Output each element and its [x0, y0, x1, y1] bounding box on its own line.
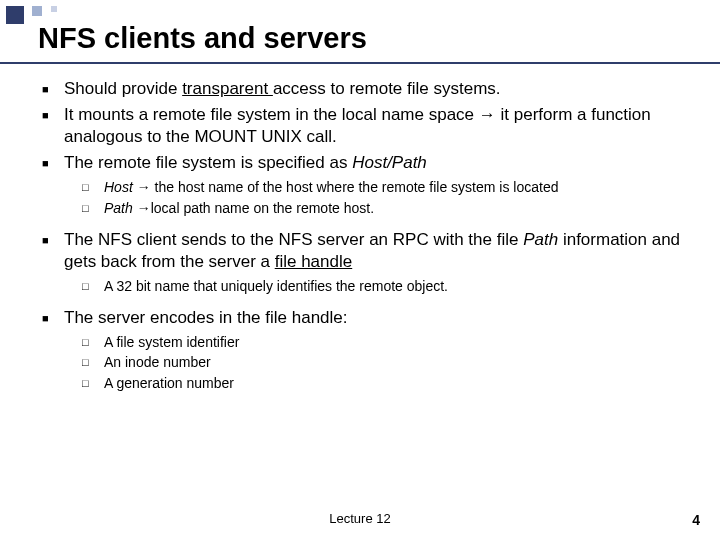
text-run-italic: Host/Path: [352, 153, 427, 172]
bullet-3b: □ Path →local path name on the remote ho…: [82, 199, 690, 217]
sub-bullet-text: A file system identifier: [104, 333, 690, 351]
bullet-icon: ■: [42, 152, 64, 174]
arrow-icon: →: [137, 200, 151, 216]
bullet-text: It mounts a remote file system in the lo…: [64, 104, 690, 148]
text-run-italic: Path: [104, 200, 137, 216]
sub-bullet-icon: □: [82, 277, 104, 295]
bullet-text: The remote file system is specified as H…: [64, 152, 690, 174]
footer-page-number: 4: [692, 512, 700, 528]
bullet-5c: □ A generation number: [82, 374, 690, 392]
text-run: local path name on the remote host.: [151, 200, 374, 216]
bullet-3: ■ The remote file system is specified as…: [42, 152, 690, 174]
sub-bullet-text: An inode number: [104, 353, 690, 371]
sub-bullet-icon: □: [82, 353, 104, 371]
text-run: access to remote file systems.: [273, 79, 501, 98]
bullet-icon: ■: [42, 104, 64, 148]
bullet-5b: □ An inode number: [82, 353, 690, 371]
slide: NFS clients and servers ■ Should provide…: [0, 0, 720, 540]
bullet-3a: □ Host → the host name of the host where…: [82, 178, 690, 196]
sub-bullet-icon: □: [82, 199, 104, 217]
title-underline: [0, 62, 720, 64]
slide-title: NFS clients and servers: [38, 22, 367, 55]
text-run-underlined: file handle: [275, 252, 353, 271]
sub-bullet-text: A generation number: [104, 374, 690, 392]
arrow-icon: →: [479, 105, 496, 124]
bullet-4a: □ A 32 bit name that uniquely identifies…: [82, 277, 690, 295]
bullet-text: The NFS client sends to the NFS server a…: [64, 229, 690, 273]
sub-bullet-text: Host → the host name of the host where t…: [104, 178, 690, 196]
deco-square-medium: [32, 6, 42, 16]
text-run: The remote file system is specified as: [64, 153, 352, 172]
bullet-icon: ■: [42, 78, 64, 100]
slide-body: ■ Should provide transparent access to r…: [42, 78, 690, 394]
bullet-text: The server encodes in the file handle:: [64, 307, 690, 329]
text-run: the host name of the host where the remo…: [151, 179, 559, 195]
text-run-italic: Host: [104, 179, 137, 195]
sub-bullet-text: A 32 bit name that uniquely identifies t…: [104, 277, 690, 295]
text-run: The NFS client sends to the NFS server a…: [64, 230, 523, 249]
text-run-underlined: transparent: [182, 79, 273, 98]
arrow-icon: →: [137, 179, 151, 195]
text-run: It mounts a remote file system in the lo…: [64, 105, 479, 124]
sub-bullet-icon: □: [82, 374, 104, 392]
bullet-1: ■ Should provide transparent access to r…: [42, 78, 690, 100]
footer-lecture-label: Lecture 12: [0, 511, 720, 526]
deco-square-small: [51, 6, 57, 12]
sub-bullet-text: Path →local path name on the remote host…: [104, 199, 690, 217]
text-run: Should provide: [64, 79, 182, 98]
deco-square-large: [6, 6, 24, 24]
bullet-text: Should provide transparent access to rem…: [64, 78, 690, 100]
bullet-icon: ■: [42, 229, 64, 273]
sub-bullet-icon: □: [82, 333, 104, 351]
bullet-5a: □ A file system identifier: [82, 333, 690, 351]
bullet-5: ■ The server encodes in the file handle:: [42, 307, 690, 329]
bullet-2: ■ It mounts a remote file system in the …: [42, 104, 690, 148]
text-run-italic: Path: [523, 230, 558, 249]
bullet-icon: ■: [42, 307, 64, 329]
sub-bullet-icon: □: [82, 178, 104, 196]
bullet-4: ■ The NFS client sends to the NFS server…: [42, 229, 690, 273]
